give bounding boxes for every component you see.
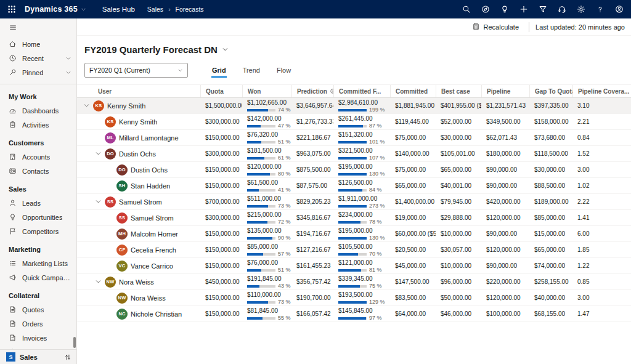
row-expand-chevron-icon[interactable] bbox=[107, 262, 113, 269]
table-row[interactable]: KS Kenny Smith $300,000.00 $142,000.00 4… bbox=[77, 114, 631, 130]
sidebar-item-competitors[interactable]: Competitors bbox=[0, 224, 76, 238]
table-row[interactable]: ML Millard Lamontagne $150,000.00 $76,32… bbox=[77, 130, 631, 146]
chevron-down-icon[interactable] bbox=[65, 70, 71, 76]
won-percent: 51 % bbox=[278, 139, 291, 145]
help-icon[interactable] bbox=[596, 5, 605, 14]
row-expand-chevron-icon[interactable] bbox=[95, 118, 102, 125]
chevron-down-icon[interactable] bbox=[81, 7, 86, 12]
table-row[interactable]: SS Samuel Strom $700,000.00 $511,000.00 … bbox=[77, 194, 631, 210]
table-row[interactable]: VC Vance Carrico $150,000.00 $76,000.00 … bbox=[77, 258, 631, 274]
account-icon[interactable] bbox=[615, 5, 624, 14]
gap-to-quota-value: $40,000.00 bbox=[529, 290, 572, 305]
won-percent: 55 % bbox=[278, 315, 291, 321]
app-title[interactable]: Dynamics 365 bbox=[25, 5, 78, 14]
filter-icon[interactable] bbox=[539, 5, 547, 14]
gear-icon[interactable] bbox=[577, 5, 585, 14]
table-row[interactable]: NC Nichole Christian $150,000.00 $81,845… bbox=[77, 306, 631, 322]
table-row[interactable]: NW Nora Weiss $450,000.00 $191,845.00 43… bbox=[77, 274, 631, 290]
row-expand-chevron-icon[interactable] bbox=[95, 278, 102, 285]
chevron-down-icon[interactable] bbox=[65, 55, 71, 62]
lightbulb-icon[interactable] bbox=[500, 5, 509, 14]
sidebar-item-pinned[interactable]: Pinned bbox=[0, 65, 76, 79]
plus-icon[interactable] bbox=[519, 5, 528, 14]
committed-forecast-percent: 129 % bbox=[369, 299, 385, 305]
row-expand-chevron-icon[interactable] bbox=[107, 310, 113, 317]
sidebar-item-opportunities[interactable]: Opportunities bbox=[0, 210, 76, 224]
committed-forecast-value: $339,345.00 bbox=[338, 275, 388, 282]
chevron-down-icon[interactable] bbox=[222, 46, 229, 53]
table-row[interactable]: CF Cecelia French $150,000.00 $85,000.00… bbox=[77, 242, 631, 258]
sidebar-item-activities[interactable]: Activities bbox=[0, 118, 76, 132]
breadcrumb-item-forecasts[interactable]: Forecasts bbox=[175, 6, 203, 13]
area-switcher[interactable]: S Sales bbox=[0, 349, 76, 364]
recalculate-button[interactable]: Recalculate bbox=[468, 21, 523, 33]
sidebar-scrollbar-thumb[interactable] bbox=[73, 337, 76, 348]
sidebar-item-accounts[interactable]: Accounts bbox=[0, 150, 76, 164]
column-header-user[interactable]: User bbox=[77, 85, 200, 97]
won-value: $110,000.00 bbox=[247, 291, 289, 298]
compass-icon[interactable] bbox=[481, 5, 490, 14]
committed-value: $75,000.00 bbox=[390, 130, 436, 145]
column-header-prediction[interactable]: Prediction bbox=[291, 85, 333, 97]
headset-icon[interactable] bbox=[558, 5, 566, 14]
sidebar-item-home[interactable]: Home bbox=[0, 37, 76, 51]
tab-grid[interactable]: Grid bbox=[211, 65, 227, 78]
table-row[interactable]: SS Samuel Strom $300,000.00 $215,000.00 … bbox=[77, 210, 631, 226]
column-header-gap-to-quota[interactable]: Gap To Quota bbox=[529, 85, 572, 97]
committed-forecast-progress-bar bbox=[338, 189, 367, 192]
quota-value: $300,000.00 bbox=[200, 146, 242, 161]
column-header-won[interactable]: Won bbox=[242, 85, 291, 97]
hub-title[interactable]: Sales Hub bbox=[102, 6, 135, 13]
table-row[interactable]: SH Stan Hadden $150,000.00 $61,500.00 41… bbox=[77, 178, 631, 194]
list-icon bbox=[9, 259, 17, 267]
pipeline-value: $220,000.00 bbox=[481, 274, 529, 289]
column-header-pipeline-covera[interactable]: Pipeline Covera... bbox=[572, 85, 631, 97]
column-header-pipeline[interactable]: Pipeline bbox=[481, 85, 529, 97]
sidebar-item-leads[interactable]: Leads bbox=[0, 196, 76, 210]
committed-forecast-percent: 130 % bbox=[369, 235, 385, 241]
waffle-menu-icon[interactable] bbox=[7, 5, 16, 14]
tab-trend[interactable]: Trend bbox=[242, 65, 261, 78]
tab-flow[interactable]: Flow bbox=[276, 65, 291, 78]
sidebar-item-quotes[interactable]: Quotes bbox=[0, 302, 76, 317]
breadcrumb-item-sales[interactable]: Sales bbox=[147, 6, 163, 13]
row-expand-chevron-icon[interactable] bbox=[107, 214, 113, 221]
column-header-committed[interactable]: Committed bbox=[390, 85, 436, 97]
row-expand-chevron-icon[interactable] bbox=[107, 182, 113, 189]
search-icon[interactable] bbox=[462, 5, 471, 14]
won-percent: 73 % bbox=[278, 299, 291, 305]
sidebar-item-contacts[interactable]: Contacts bbox=[0, 164, 76, 178]
row-expand-chevron-icon[interactable] bbox=[107, 230, 113, 237]
column-header-quota[interactable]: Quota bbox=[200, 85, 242, 97]
forecast-period-dropdown[interactable]: FY2020 Q1 (Current) bbox=[84, 63, 188, 78]
sidebar-item-invoices[interactable]: Invoices bbox=[0, 331, 76, 345]
won-percent: 57 % bbox=[278, 251, 291, 257]
table-row[interactable]: MH Malcolm Homer $150,000.00 $135,000.00… bbox=[77, 226, 631, 242]
row-expand-chevron-icon[interactable] bbox=[107, 294, 113, 301]
table-row[interactable]: DO Dustin Ochs $150,000.00 $120,000.00 8… bbox=[77, 162, 631, 178]
row-expand-chevron-icon[interactable] bbox=[83, 102, 90, 109]
hamburger-menu-icon[interactable] bbox=[9, 23, 17, 32]
row-expand-chevron-icon[interactable] bbox=[95, 134, 102, 141]
sidebar-item-dashboards[interactable]: Dashboards bbox=[0, 103, 76, 118]
row-expand-chevron-icon[interactable] bbox=[95, 150, 102, 157]
committed-forecast-percent: 87 % bbox=[369, 123, 382, 129]
sidebar-item-products[interactable]: Products bbox=[0, 345, 76, 349]
row-expand-chevron-icon[interactable] bbox=[107, 246, 113, 253]
table-row[interactable]: DO Dustin Ochs $300,000.00 $181,500.00 6… bbox=[77, 146, 631, 162]
row-expand-chevron-icon[interactable] bbox=[107, 166, 113, 173]
column-header-committed-f[interactable]: Committed F... bbox=[333, 85, 390, 97]
column-header-label: Quota bbox=[206, 88, 224, 95]
row-expand-chevron-icon[interactable] bbox=[95, 198, 102, 205]
best-case-value: $79,945.00 bbox=[436, 194, 481, 209]
quota-value: $150,000.00 bbox=[200, 290, 242, 305]
table-row[interactable]: KS Kenny Smith $1,500,000.00 $1,102,665.… bbox=[77, 98, 631, 114]
column-header-best-case[interactable]: Best case bbox=[436, 85, 481, 97]
sidebar-item-recent[interactable]: Recent bbox=[0, 51, 76, 65]
breadcrumb-separator: › bbox=[168, 6, 170, 13]
sidebar-item-orders[interactable]: Orders bbox=[0, 317, 76, 331]
sidebar-item-marketing-lists[interactable]: Marketing Lists bbox=[0, 256, 76, 270]
swap-area-icon[interactable] bbox=[64, 354, 71, 361]
table-row[interactable]: NW Nora Weiss $150,000.00 $110,000.00 73… bbox=[77, 290, 631, 306]
sidebar-item-quick-campaigns[interactable]: Quick Campaigns bbox=[0, 270, 76, 285]
